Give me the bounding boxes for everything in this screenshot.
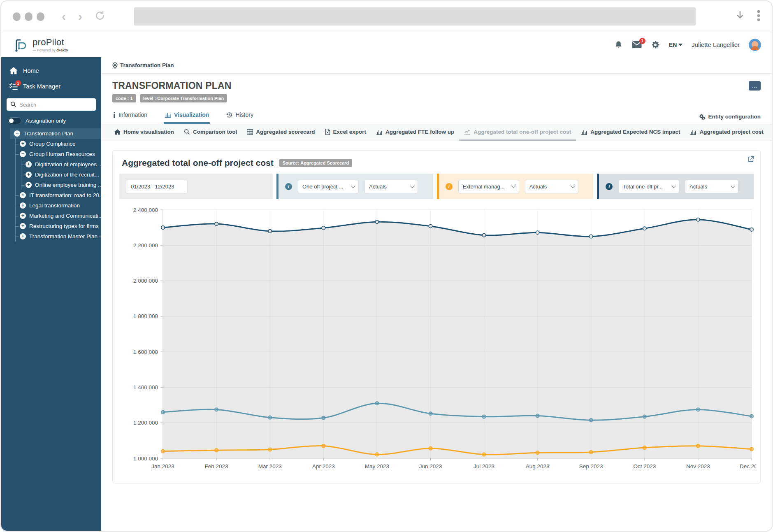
subtab-home-visualisation[interactable]: Home visualisation <box>109 124 179 141</box>
subtab-comparison-tool[interactable]: Comparison tool <box>179 124 242 141</box>
mode-select-0[interactable]: Actuals <box>364 180 418 193</box>
subtab-aggregated-scorecard[interactable]: Aggregated scorecard <box>242 124 320 141</box>
language-selector[interactable]: EN <box>669 42 682 48</box>
info-icon[interactable]: i <box>285 183 292 190</box>
info-icon[interactable]: i <box>446 183 453 190</box>
minus-circle-icon[interactable]: − <box>14 130 20 137</box>
date-range-input[interactable]: 01/2023 - 12/2023 <box>126 180 188 193</box>
tab-visualization[interactable]: Visualization <box>164 108 210 124</box>
more-options-button[interactable]: ... <box>749 81 761 91</box>
back-arrow-icon[interactable]: ‹ <box>62 10 66 23</box>
tree-item-online-employee-training[interactable]: +Online employee training ... <box>21 180 101 190</box>
expand-icon[interactable] <box>747 156 754 164</box>
bell-icon[interactable] <box>614 40 623 49</box>
sidebar-item-label: Home <box>23 67 39 74</box>
tree-item-marketing-and-communicati[interactable]: +Marketing and Communicati... <box>16 211 101 221</box>
tree-item-label: IT transformation: road to 20... <box>29 192 101 198</box>
metric-select-value: Total one-off pr... <box>623 184 663 190</box>
plus-circle-icon[interactable]: + <box>20 141 26 147</box>
tree-item-digitization-of-employees[interactable]: +Digitization of employees ... <box>21 159 101 170</box>
chart-title: Aggregated total one-off project cost <box>122 158 274 168</box>
filter-group-total-one-off-pr: iTotal one-off pr...Actuals <box>597 174 754 199</box>
tree-item-it-transformation-road-to-20[interactable]: +IT transformation: road to 20... <box>16 190 101 200</box>
tree-item-label: Transformation Master Plan -... <box>29 233 101 239</box>
breadcrumb[interactable]: Transformation Plan <box>101 57 772 74</box>
tree-item-digitization-of-the-recruit[interactable]: +Digitization of the recruit... <box>21 170 101 180</box>
svg-text:1 000 000: 1 000 000 <box>133 455 158 462</box>
metric-select-0[interactable]: One off project ... <box>298 180 359 193</box>
svg-text:1 800 000: 1 800 000 <box>133 313 158 319</box>
main-content: Transformation Plan TRANSFORMATION PLAN … <box>101 57 772 532</box>
kebab-menu-icon[interactable] <box>757 9 760 23</box>
user-name[interactable]: Juliette Langellier <box>692 41 740 48</box>
level-badge: level : Corporate Transformation Plan <box>140 94 227 102</box>
subtab-label: Comparison tool <box>193 129 237 135</box>
mode-select-value: Actuals <box>689 184 707 190</box>
plus-circle-icon[interactable]: + <box>20 202 26 209</box>
tabs: InformationVisualizationHistoryEntity co… <box>101 108 772 124</box>
info-icon[interactable]: i <box>606 183 613 190</box>
forward-arrow-icon[interactable]: › <box>78 10 82 23</box>
mode-select-1[interactable]: Actuals <box>525 180 578 193</box>
tree-item-transformation-master-plan[interactable]: +Transformation Master Plan -... <box>16 231 101 242</box>
window-controls[interactable] <box>13 12 44 21</box>
mail-icon[interactable]: 1 <box>632 41 642 49</box>
tree-item-restructuring-types-for-firms[interactable]: +Restructuring types for firms <box>16 221 101 231</box>
browser-window: ‹ › proPilot — Powered by dFak <box>0 0 773 532</box>
sidebar-item-home[interactable]: Home <box>1 63 101 79</box>
window-dot[interactable] <box>25 12 32 21</box>
subtab-label: Aggregated project cost <box>699 129 763 135</box>
tab-information[interactable]: Information <box>112 108 148 124</box>
filter-row: 01/2023 - 12/2023 iOne off project ...Ac… <box>119 174 754 199</box>
assignation-toggle-label: Assignation only <box>26 118 66 124</box>
address-bar[interactable] <box>134 7 696 26</box>
line-chart-icon <box>464 129 471 135</box>
app-header: proPilot — Powered by dFakto 1 EN Juliet… <box>1 32 772 57</box>
avatar[interactable] <box>749 39 761 51</box>
tree-item-label: Online employee training ... <box>35 182 101 188</box>
search-input[interactable] <box>7 98 96 111</box>
subtab-aggregated-total-one-off-project-cost[interactable]: Aggregated total one-off project cost <box>459 124 576 141</box>
plus-circle-icon[interactable]: + <box>26 182 32 188</box>
tree-item-transformation-plan[interactable]: −Transformation Plan <box>10 128 101 139</box>
subtab-aggregated-project-cost[interactable]: Aggregated project cost <box>685 124 768 141</box>
entity-configuration-button[interactable]: Entity configuration <box>699 114 761 124</box>
plus-circle-icon[interactable]: + <box>20 223 26 229</box>
home-icon <box>9 67 18 74</box>
subtab-excel-export[interactable]: Excel export <box>320 124 371 141</box>
svg-text:Aug 2023: Aug 2023 <box>526 463 550 469</box>
svg-text:Dec 2023: Dec 2023 <box>740 463 756 469</box>
plus-circle-icon[interactable]: + <box>26 161 32 167</box>
window-dot[interactable] <box>13 12 21 21</box>
minus-circle-icon[interactable]: − <box>20 151 26 157</box>
subtab-aggregated-expected-ncs-impact[interactable]: Aggregated Expected NCS impact <box>576 124 685 141</box>
svg-text:1 600 000: 1 600 000 <box>133 349 158 355</box>
plus-circle-icon[interactable]: + <box>20 192 26 198</box>
mode-select-value: Actuals <box>529 184 547 190</box>
gear-icon[interactable] <box>651 40 660 49</box>
download-icon[interactable] <box>735 10 745 23</box>
assignation-toggle[interactable] <box>8 117 21 124</box>
magnifier-icon <box>184 129 190 135</box>
bar-chart-icon <box>581 129 587 135</box>
tab-label: Visualization <box>174 112 209 118</box>
subtab-label: Home visualisation <box>123 129 174 135</box>
file-excel-icon <box>325 129 330 135</box>
refresh-icon[interactable] <box>95 10 105 23</box>
mode-select-2[interactable]: Actuals <box>685 180 738 193</box>
tree-item-legal-transformation[interactable]: +Legal transformation <box>16 200 101 211</box>
browser-toolbar: ‹ › <box>1 1 772 32</box>
plus-circle-icon[interactable]: + <box>26 172 32 178</box>
table-icon <box>247 129 253 135</box>
window-dot[interactable] <box>37 12 44 21</box>
tab-history[interactable]: History <box>225 108 254 124</box>
tree-item-group-compliance[interactable]: +Group Compliance <box>16 139 101 149</box>
metric-select-1[interactable]: External manag... <box>458 180 519 193</box>
subtab-freshness-of-data-project[interactable]: Freshness of data - Project <box>768 124 772 141</box>
metric-select-2[interactable]: Total one-off pr... <box>618 180 679 193</box>
sidebar-item-task-manager[interactable]: 1 Task Manager <box>1 79 101 94</box>
plus-circle-icon[interactable]: + <box>20 233 26 239</box>
subtab-aggregated-fte-follow-up[interactable]: Aggregated FTE follow up <box>371 124 459 141</box>
tree-item-group-human-ressources[interactable]: −Group Human Ressources <box>16 149 101 159</box>
plus-circle-icon[interactable]: + <box>20 213 26 219</box>
